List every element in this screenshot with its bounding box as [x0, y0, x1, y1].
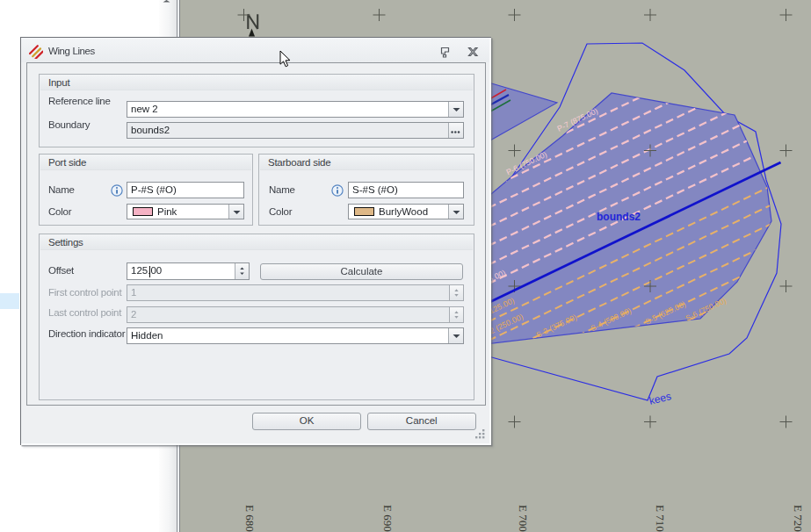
svg-text:E 720 000: E 720 000 — [792, 505, 805, 532]
svg-text:E 700 000: E 700 000 — [517, 505, 530, 532]
svg-text:E 680 000: E 680 000 — [243, 505, 257, 532]
svg-text:bounds2: bounds2 — [597, 211, 641, 223]
svg-text:E 710 000: E 710 000 — [654, 505, 667, 532]
svg-text:E 690 000: E 690 000 — [381, 505, 395, 532]
